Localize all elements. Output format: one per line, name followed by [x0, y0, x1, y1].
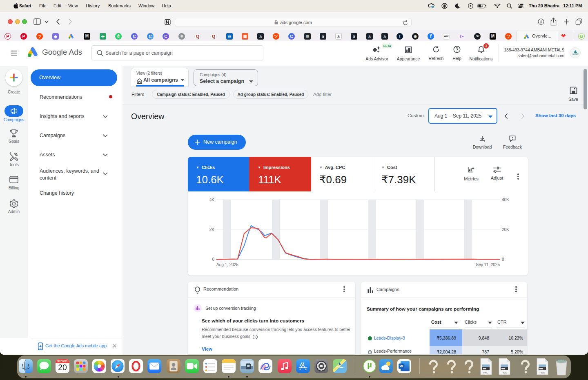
svg-text:20K: 20K	[502, 227, 509, 232]
svg-text:0: 0	[212, 257, 214, 262]
svg-text:Aug 1, 2025: Aug 1, 2025	[216, 262, 238, 267]
svg-text:Ambani: Ambani	[572, 53, 579, 55]
svg-text:PNG: PNG	[540, 371, 545, 374]
svg-text:40K: 40K	[502, 198, 509, 202]
svg-text:0: 0	[502, 257, 504, 262]
svg-text:PNG: PNG	[502, 371, 507, 374]
svg-text:PNG: PNG	[483, 371, 488, 374]
svg-text:2K: 2K	[209, 227, 215, 232]
svg-text:Sep 11, 2025: Sep 11, 2025	[476, 262, 500, 267]
svg-text:4K: 4K	[209, 198, 215, 202]
